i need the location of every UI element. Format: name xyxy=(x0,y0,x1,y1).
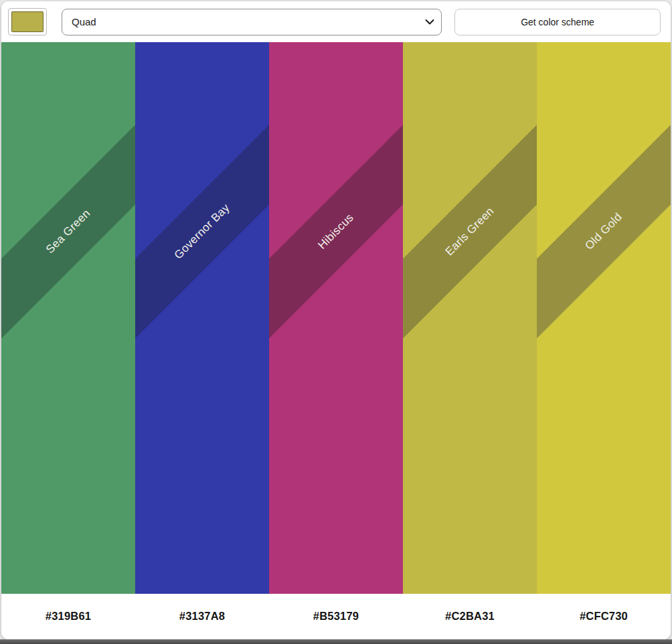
hex-label: #CFC730 xyxy=(537,610,671,623)
color-name-label: Earls Green xyxy=(443,205,497,259)
color-name-band: Old Gold xyxy=(537,110,671,353)
color-name-band: Earls Green xyxy=(403,110,537,353)
hex-labels-row: #319B61#3137A8#B53179#C2BA31#CFC730 xyxy=(1,594,671,639)
get-color-scheme-button[interactable]: Get color scheme xyxy=(454,9,661,35)
toolbar: Quad Get color scheme xyxy=(1,1,671,42)
color-column: Old Gold xyxy=(537,42,671,594)
hex-label: #B53179 xyxy=(269,610,403,623)
color-name-band: Hibiscus xyxy=(269,110,403,353)
color-column: Governor Bay xyxy=(135,42,269,594)
hex-label: #319B61 xyxy=(1,610,135,623)
color-swatch xyxy=(11,11,44,32)
color-name-band: Governor Bay xyxy=(135,110,269,353)
scheme-select-wrap: Quad xyxy=(62,9,442,35)
bottom-border-strip xyxy=(0,639,672,644)
scheme-select[interactable]: Quad xyxy=(62,9,442,35)
color-name-label: Governor Bay xyxy=(172,202,233,262)
hex-label: #3137A8 xyxy=(135,610,269,623)
app-card: Quad Get color scheme Sea GreenGovernor … xyxy=(1,1,671,639)
color-column: Hibiscus xyxy=(269,42,403,594)
color-columns: Sea GreenGovernor BayHibiscusEarls Green… xyxy=(1,42,671,594)
color-column: Earls Green xyxy=(403,42,537,594)
color-name-label: Old Gold xyxy=(582,210,624,252)
color-name-band: Sea Green xyxy=(1,110,135,353)
color-column: Sea Green xyxy=(1,42,135,594)
color-input[interactable] xyxy=(8,8,47,35)
color-name-label: Hibiscus xyxy=(315,211,356,252)
color-name-label: Sea Green xyxy=(44,207,93,256)
hex-label: #C2BA31 xyxy=(403,610,537,623)
